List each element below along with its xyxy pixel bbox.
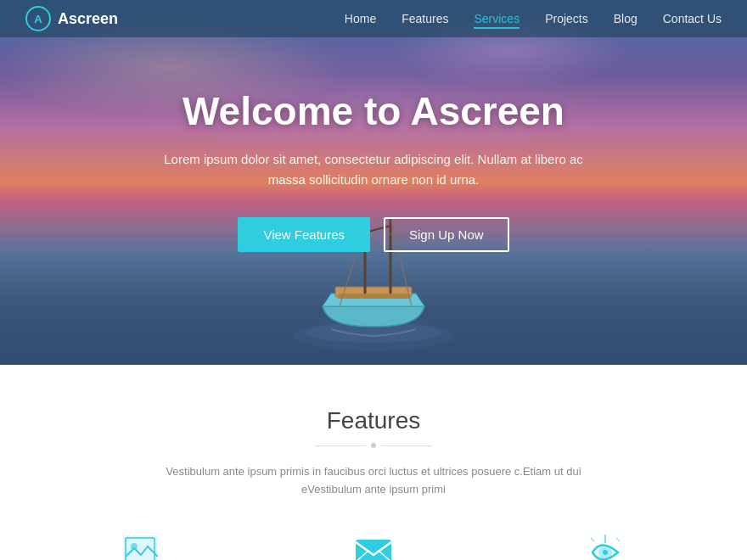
features-description: Vestibulum ante ipsum primis in faucibus… bbox=[144, 463, 603, 499]
hero-content: Welcome to Ascreen Lorem ipsum dolor sit… bbox=[119, 88, 628, 252]
hero-buttons: View Features Sign Up Now bbox=[153, 217, 594, 252]
nav-item-features[interactable]: Features bbox=[402, 11, 448, 26]
hero-section: Welcome to Ascreen Lorem ipsum dolor sit… bbox=[0, 0, 747, 365]
hero-subtitle: Lorem ipsum dolor sit amet, consectetur … bbox=[153, 149, 594, 190]
nav-item-blog[interactable]: Blog bbox=[614, 11, 637, 26]
hero-title: Welcome to Ascreen bbox=[153, 88, 594, 134]
svg-rect-10 bbox=[124, 536, 156, 560]
features-grid: Feature One Donec at euismod nibh, eu bi… bbox=[34, 529, 713, 560]
navbar: A Ascreen Home Features Services Project… bbox=[0, 0, 747, 37]
svg-rect-3 bbox=[338, 294, 409, 299]
feature-two-icon bbox=[351, 529, 396, 560]
features-title: Features bbox=[34, 407, 713, 434]
svg-line-22 bbox=[591, 538, 594, 541]
nav-item-services[interactable]: Services bbox=[474, 11, 520, 26]
brand-name: Ascreen bbox=[58, 10, 118, 28]
svg-line-23 bbox=[616, 538, 620, 541]
svg-point-19 bbox=[603, 550, 608, 555]
nav-item-home[interactable]: Home bbox=[345, 11, 376, 26]
nav-item-contact[interactable]: Contact Us bbox=[663, 11, 722, 26]
sign-up-button[interactable]: Sign Up Now bbox=[384, 217, 509, 252]
feature-one-icon bbox=[119, 529, 165, 560]
brand-icon: A bbox=[25, 6, 51, 31]
section-divider bbox=[34, 443, 713, 448]
feature-card-two: Feature Two Donec at euismod nibh, eu bi… bbox=[272, 529, 475, 560]
features-section: Features Vestibulum ante ipsum primis in… bbox=[0, 365, 747, 560]
brand-logo[interactable]: A Ascreen bbox=[25, 6, 118, 31]
feature-card-three: Feature Three Donec at euismod nibh, eu … bbox=[503, 529, 707, 560]
view-features-button[interactable]: View Features bbox=[238, 217, 370, 252]
feature-three-icon bbox=[582, 529, 628, 560]
divider-dot bbox=[371, 443, 376, 448]
feature-card-one: Feature One Donec at euismod nibh, eu bi… bbox=[40, 529, 244, 560]
nav-links: Home Features Services Projects Blog Con… bbox=[345, 11, 722, 26]
nav-item-projects[interactable]: Projects bbox=[545, 11, 588, 26]
